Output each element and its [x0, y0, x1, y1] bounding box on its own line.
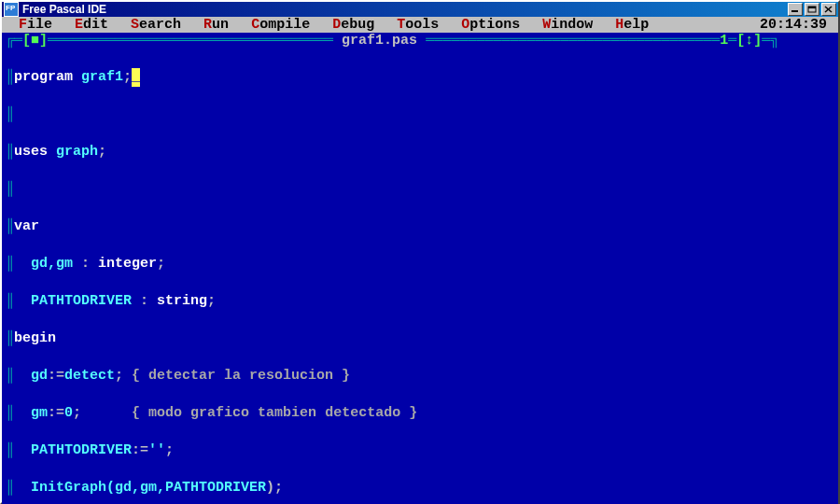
titlebar[interactable]: Free Pascal IDE	[2, 2, 838, 17]
close-button[interactable]	[821, 3, 836, 16]
clock: 20:14:39	[760, 17, 838, 33]
editor-filename: graf1.pas	[333, 33, 426, 49]
menu-options[interactable]: Options	[450, 17, 531, 33]
editor-window-number: 1	[720, 33, 728, 49]
menu-tools[interactable]: Tools	[385, 17, 450, 33]
minimize-button[interactable]	[788, 3, 803, 16]
menu-window[interactable]: Window	[531, 17, 604, 33]
maximize-button[interactable]	[805, 3, 819, 16]
text-cursor: _	[132, 68, 140, 87]
menu-help[interactable]: Help	[604, 17, 660, 33]
menu-debug[interactable]: Debug	[321, 17, 385, 33]
menu-run[interactable]: Run	[192, 17, 240, 33]
app-icon	[4, 2, 19, 17]
menu-edit[interactable]: Edit	[63, 17, 119, 33]
window-controls	[788, 3, 836, 16]
main-window: Free Pascal IDE File Edit Search Run Com…	[0, 0, 840, 504]
editor-close-icon[interactable]: [■]	[22, 33, 48, 49]
menu-file[interactable]: File	[7, 17, 63, 33]
editor-maximize-icon[interactable]: [↕]	[736, 33, 762, 49]
code-editor[interactable]: ║program graf1;_ ║ ║uses graph; ║ ║var ║…	[2, 49, 838, 504]
editor-frame-top: ╔═[■]══════════════════════════════════ …	[2, 33, 838, 49]
menu-compile[interactable]: Compile	[240, 17, 321, 33]
menu-search[interactable]: Search	[119, 17, 192, 33]
editor-window: ╔═[■]══════════════════════════════════ …	[2, 33, 838, 504]
window-title: Free Pascal IDE	[22, 3, 788, 16]
menubar: File Edit Search Run Compile Debug Tools…	[2, 17, 838, 33]
